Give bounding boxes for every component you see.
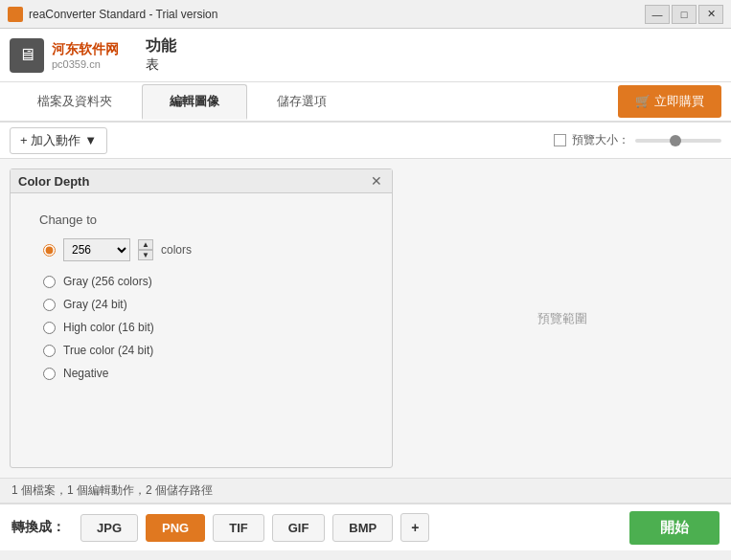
colors-text-label: colors <box>161 243 192 257</box>
preview-size-slider[interactable] <box>635 139 721 143</box>
app-logo-icon: 🖥 <box>10 38 44 73</box>
format-bmp-button[interactable]: BMP <box>332 514 393 542</box>
minimize-button[interactable]: — <box>645 5 670 24</box>
preview-area: 預覽範圍 <box>402 168 721 468</box>
dropdown-arrow-icon: ▼ <box>84 133 97 147</box>
spin-up-button[interactable]: ▲ <box>138 239 153 250</box>
high-color-label: High color (16 bit) <box>63 321 154 334</box>
panel-body: Change to 256 128 64 ▲ ▼ colors Gray (25… <box>11 193 392 409</box>
preview-area-text: 預覽範圍 <box>537 310 587 327</box>
format-jpg-button[interactable]: JPG <box>80 514 138 542</box>
convert-label: 轉換成： <box>11 519 65 536</box>
add-action-button[interactable]: + 加入動作 ▼ <box>10 127 107 154</box>
color-count-select[interactable]: 256 128 64 <box>63 238 130 261</box>
radio-gray-256[interactable] <box>43 276 56 288</box>
add-action-label: + 加入動作 <box>20 132 80 149</box>
start-button[interactable]: 開始 <box>629 511 720 545</box>
format-tif-button[interactable]: TIF <box>213 514 264 542</box>
gray-256-label: Gray (256 colors) <box>63 275 152 288</box>
status-bar: 1 個檔案，1 個編輯動作，2 個儲存路徑 <box>0 478 731 503</box>
radio-true-color[interactable] <box>43 345 56 357</box>
buy-button[interactable]: 🛒 立即購買 <box>618 85 721 118</box>
preview-size-label: 預覽大小： <box>572 132 629 148</box>
radio-negative[interactable] <box>43 368 56 380</box>
radio-256[interactable] <box>43 244 56 257</box>
watermark-site: 河东软件网 pc0359.cn <box>52 41 119 70</box>
panel-header: Color Depth ✕ <box>11 169 392 193</box>
panel-close-button[interactable]: ✕ <box>369 173 384 189</box>
app-icon <box>8 7 23 22</box>
preview-size-area: 預覽大小： <box>554 132 721 148</box>
preview-size-checkbox[interactable] <box>554 134 566 146</box>
slider-thumb <box>670 135 681 146</box>
panel-title: Color Depth <box>18 174 361 189</box>
gray-24-label: Gray (24 bit) <box>63 298 127 311</box>
radio-negative-option: Negative <box>43 367 363 380</box>
main-content: Color Depth ✕ Change to 256 128 64 ▲ ▼ c… <box>0 159 731 478</box>
watermark-url: 河东软件网 <box>52 41 119 58</box>
change-to-label: Change to <box>39 213 363 227</box>
radio-gray-24[interactable] <box>43 299 56 311</box>
title-bar: reaConverter Standard - Trial version — … <box>0 0 731 29</box>
radio-high-color[interactable] <box>43 322 56 334</box>
radio-high-color-option: High color (16 bit) <box>43 321 363 334</box>
tab-files[interactable]: 檔案及資料夾 <box>10 84 140 119</box>
status-text: 1 個檔案，1 個編輯動作，2 個儲存路徑 <box>11 482 213 499</box>
format-png-button[interactable]: PNG <box>146 514 205 542</box>
watermark-domain: pc0359.cn <box>52 58 119 70</box>
format-gif-button[interactable]: GIF <box>272 514 326 542</box>
watermark-label: 功能 表 <box>146 36 176 74</box>
color-256-row: 256 128 64 ▲ ▼ colors <box>43 238 363 261</box>
title-text: reaConverter Standard - Trial version <box>29 8 645 21</box>
radio-true-color-option: True color (24 bit) <box>43 344 363 357</box>
radio-gray-24-option: Gray (24 bit) <box>43 298 363 311</box>
tab-save[interactable]: 儲存選項 <box>249 84 354 119</box>
bottom-bar: 轉換成： JPG PNG TIF GIF BMP + 開始 <box>0 503 731 550</box>
toolbar: + 加入動作 ▼ 預覽大小： <box>0 123 731 159</box>
maximize-button[interactable]: □ <box>672 5 697 24</box>
spin-down-button[interactable]: ▼ <box>138 250 153 260</box>
tab-edit[interactable]: 編輯圖像 <box>142 84 247 120</box>
logo-banner: 🖥 河东软件网 pc0359.cn 功能 表 <box>0 29 731 82</box>
window-controls: — □ ✕ <box>645 5 723 24</box>
color-depth-panel: Color Depth ✕ Change to 256 128 64 ▲ ▼ c… <box>10 168 393 468</box>
negative-label: Negative <box>63 367 108 380</box>
tab-bar: 檔案及資料夾 編輯圖像 儲存選項 🛒 立即購買 <box>0 82 731 123</box>
spin-buttons: ▲ ▼ <box>138 239 153 260</box>
true-color-label: True color (24 bit) <box>63 344 153 357</box>
add-format-button[interactable]: + <box>400 513 429 542</box>
close-button[interactable]: ✕ <box>698 5 723 24</box>
radio-gray-256-option: Gray (256 colors) <box>43 275 363 288</box>
